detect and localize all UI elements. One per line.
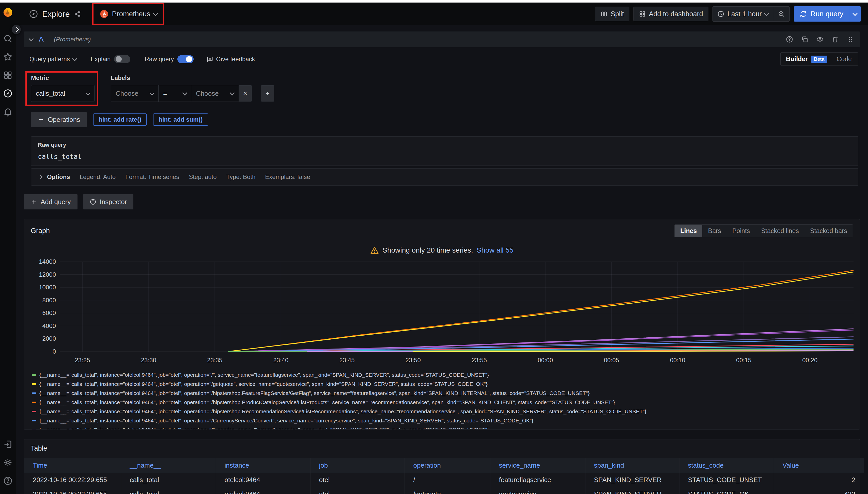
column-header-value[interactable]: Value [774, 458, 864, 473]
plus-icon [38, 116, 44, 123]
sync-icon [799, 10, 807, 18]
table-container: Time__name__instancejoboperationservice_… [24, 454, 860, 494]
sidebar-dashboards-icon[interactable] [0, 66, 16, 84]
graph-mode-points[interactable]: Points [727, 225, 756, 237]
app-container: Explore Prometheus [0, 2, 868, 494]
raw-query-switch[interactable] [177, 55, 194, 63]
run-query-dropdown[interactable] [849, 6, 861, 22]
give-feedback-link[interactable]: Give feedback [206, 56, 255, 63]
sidebar-explore-icon[interactable] [0, 84, 16, 102]
label-key-select[interactable]: Choose [111, 85, 158, 102]
sidebar-settings-icon[interactable] [0, 453, 16, 472]
table-panel-header: Table [24, 439, 860, 454]
add-query-button[interactable]: Add query [24, 194, 77, 209]
graph-mode-lines[interactable]: Lines [675, 225, 702, 237]
graph-mode-bars[interactable]: Bars [702, 225, 726, 237]
query-row-header[interactable]: A (Prometheus) [24, 32, 860, 47]
column-header-name[interactable]: __name__ [121, 458, 216, 473]
operations-row: Operations hint: add rate() hint: add su… [31, 112, 858, 127]
table-cell: 2022-10-16 00:22:29.655 [24, 487, 121, 494]
sidebar-help-icon[interactable] [0, 472, 16, 490]
graph-mode-stacked-bars[interactable]: Stacked bars [804, 225, 853, 237]
sidebar-sign-in-icon[interactable] [0, 435, 16, 453]
grafana-explore-screen: Explore Prometheus [0, 0, 868, 494]
show-all-series-link[interactable]: Show all 55 [477, 246, 513, 254]
inspector-button[interactable]: Inspector [83, 194, 134, 209]
drag-handle-icon[interactable] [847, 36, 854, 43]
legend-item[interactable]: {__name__="calls_total", instance="otelc… [32, 416, 860, 425]
options-collapse[interactable]: Options [38, 173, 70, 180]
query-actions-row: Add query Inspector [24, 194, 860, 209]
legend-item[interactable]: {__name__="calls_total", instance="otelc… [32, 370, 860, 380]
add-operation-button[interactable]: Operations [31, 112, 87, 127]
legend-swatch [32, 402, 36, 403]
label-operator-select[interactable]: = [158, 85, 191, 102]
duplicate-query-icon[interactable] [801, 36, 809, 43]
column-header-instance[interactable]: instance [216, 458, 310, 473]
legend-item-partial[interactable]: {__name__="calls_total", instance="otelc… [32, 425, 860, 429]
table-cell: otelcol:9464 [216, 487, 310, 494]
query-ref-id[interactable]: A [39, 35, 44, 44]
legend-item[interactable]: {__name__="calls_total", instance="otelc… [32, 407, 860, 416]
legend-label: {__name__="calls_total", instance="otelc… [39, 399, 615, 405]
share-icon[interactable] [74, 11, 81, 18]
table-cell: otel [310, 487, 404, 494]
time-series-chart[interactable]: 0200040006000800010000120001400023:2523:… [31, 258, 855, 367]
info-circle-icon [90, 198, 96, 205]
explore-content: A (Prometheus) Query [16, 32, 868, 494]
query-help-icon[interactable] [786, 36, 793, 43]
sidebar-expand-button[interactable] [11, 24, 21, 35]
clock-icon [717, 11, 724, 18]
grafana-logo[interactable] [2, 6, 14, 18]
column-header-operation[interactable]: operation [404, 458, 490, 473]
explain-switch[interactable] [114, 55, 130, 63]
builder-tab[interactable]: Builder Beta [782, 54, 831, 64]
add-label-filter-button[interactable]: + [261, 85, 274, 101]
label-value-select[interactable]: Choose [191, 85, 239, 102]
query-options-row[interactable]: Options Legend: AutoFormat: Time seriesS… [31, 168, 858, 186]
run-query-label: Run query [811, 10, 843, 18]
option-summary-item: Type: Both [227, 173, 256, 180]
give-feedback-label: Give feedback [216, 56, 255, 63]
table-panel-title: Table [31, 444, 47, 452]
graph-legend: {__name__="calls_total", instance="otelc… [32, 370, 860, 429]
code-tab[interactable]: Code [831, 54, 857, 64]
legend-item[interactable]: {__name__="calls_total", instance="otelc… [32, 388, 860, 398]
options-label: Options [47, 173, 70, 180]
add-to-dashboard-button[interactable]: Add to dashboard [633, 6, 708, 21]
collapse-query-icon[interactable] [29, 36, 34, 41]
apps-icon [639, 11, 646, 18]
metric-select[interactable]: calls_total [31, 85, 94, 102]
legend-swatch [32, 420, 36, 421]
beta-badge: Beta [811, 56, 827, 63]
legend-item[interactable]: {__name__="calls_total", instance="otelc… [32, 398, 860, 407]
time-range-picker[interactable]: Last 1 hour [713, 6, 773, 21]
raw-query-value: calls_total [38, 153, 851, 160]
toolbar-right: Split Add to dashboard Last 1 hour [595, 6, 861, 22]
column-header-spankind[interactable]: span_kind [585, 458, 679, 473]
run-query-button[interactable]: Run query [794, 6, 849, 22]
datasource-picker[interactable]: Prometheus [96, 7, 161, 21]
sidebar-starred-icon[interactable] [0, 48, 16, 66]
table-head: Time__name__instancejoboperationservice_… [24, 458, 864, 473]
table-cell: 2022-10-16 00:22:29.655 [24, 473, 121, 487]
remove-label-filter-button[interactable]: × [239, 85, 252, 101]
hint-add-sum-button[interactable]: hint: add sum() [153, 113, 208, 126]
column-header-time[interactable]: Time [24, 458, 121, 473]
hide-query-icon[interactable] [816, 36, 824, 43]
sidebar-alerting-icon[interactable] [0, 102, 16, 121]
zoom-out-button[interactable] [773, 6, 790, 21]
graph-mode-stacked-lines[interactable]: Stacked lines [756, 225, 804, 237]
y-axis-tick: 4000 [42, 322, 56, 329]
delete-query-icon[interactable] [831, 36, 839, 43]
column-header-servicename[interactable]: service_name [490, 458, 585, 473]
query-patterns-dropdown[interactable]: Query patterns [30, 56, 76, 63]
column-header-statuscode[interactable]: status_code [679, 458, 774, 473]
legend-item[interactable]: {__name__="calls_total", instance="otelc… [32, 380, 860, 388]
column-header-job[interactable]: job [310, 458, 404, 473]
chevron-down-icon [153, 11, 158, 16]
builder-code-switch: Builder Beta Code [780, 52, 858, 66]
hint-add-rate-button[interactable]: hint: add rate() [93, 113, 147, 126]
option-summary-item: Step: auto [189, 173, 217, 180]
split-button[interactable]: Split [595, 6, 629, 21]
